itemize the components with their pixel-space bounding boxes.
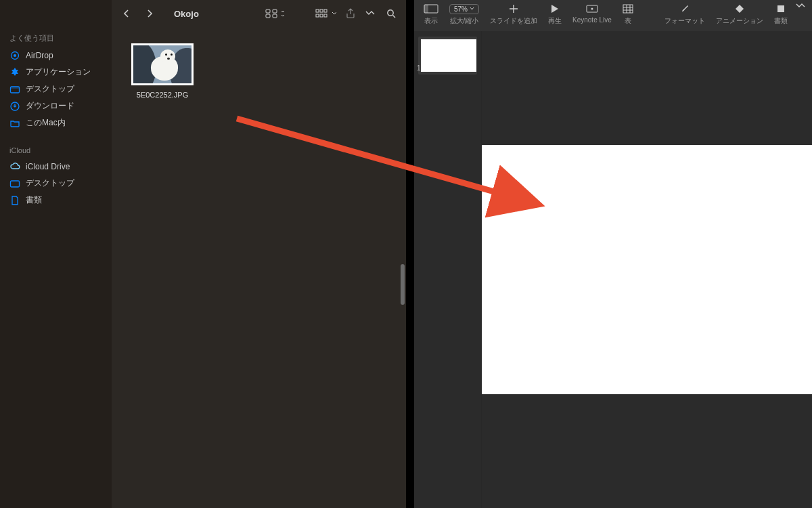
apps-icon [9, 67, 20, 78]
keynote-window: 表示 57% 拡大/縮小 スライドを追加 再生 [414, 0, 812, 508]
sidebar-icloud-section: iCloud iCloud Drive デスクトップ 書類 [0, 144, 112, 209]
svg-rect-5 [11, 181, 20, 187]
sidebar-item-label: アプリケーション [26, 66, 91, 78]
folder-icon [9, 118, 20, 129]
keynote-body: 1 [414, 31, 812, 508]
file-thumbnail [131, 43, 194, 85]
sidebar-icloud-header: iCloud [0, 144, 112, 158]
folder-icon [9, 84, 20, 95]
sidebar-item-label: デスクトップ [26, 177, 74, 189]
play-icon [551, 3, 559, 15]
slide-number: 1 [417, 64, 421, 72]
svg-rect-15 [324, 14, 327, 17]
finder-content[interactable]: 5E0C2252.JPG [112, 27, 406, 508]
svg-rect-12 [324, 9, 327, 12]
svg-rect-21 [623, 5, 633, 13]
finder-title: Okojo [174, 9, 199, 19]
svg-rect-18 [424, 5, 428, 13]
sidebar-item-thismac[interactable]: このMac内 [0, 114, 112, 131]
svg-rect-6 [266, 9, 270, 13]
view-button[interactable]: 表示 [418, 3, 444, 30]
sidebar-item-label: iCloud Drive [26, 162, 70, 171]
svg-rect-8 [266, 14, 270, 18]
svg-point-16 [388, 10, 393, 16]
play-button[interactable]: 再生 [543, 3, 567, 30]
sidebar-item-label: AirDrop [26, 51, 53, 60]
file-item[interactable]: 5E0C2252.JPG [125, 43, 200, 99]
keynote-live-button[interactable]: Keynote Live [567, 3, 617, 30]
svg-rect-7 [273, 9, 277, 13]
more-button[interactable] [364, 7, 378, 20]
toolbar-overflow-button[interactable] [793, 3, 808, 9]
live-icon [585, 3, 599, 15]
view-icon [424, 3, 438, 15]
finder-toolbar: Okojo [112, 0, 406, 27]
finder-window: よく使う項目 AirDrop アプリケーション デスクトップ [0, 0, 406, 508]
table-icon [623, 3, 633, 15]
keynote-toolbar: 表示 57% 拡大/縮小 スライドを追加 再生 [414, 0, 812, 31]
zoom-pill[interactable]: 57% [449, 4, 479, 14]
svg-rect-3 [11, 87, 20, 89]
sidebar-favorites-header: よく使う項目 [0, 30, 112, 47]
animate-button[interactable]: アニメーション [710, 3, 769, 30]
zoom-value: 57% [454, 5, 468, 13]
format-button[interactable]: フォーマット [659, 3, 710, 30]
slide-canvas[interactable] [482, 145, 812, 394]
table-button[interactable]: 表 [617, 3, 639, 30]
slide-thumbnail-preview [421, 39, 476, 72]
diamond-icon [735, 3, 744, 15]
finder-main: Okojo [112, 0, 406, 508]
document-button[interactable]: 書類 [769, 3, 793, 30]
document-icon [776, 3, 786, 15]
sidebar-item-desktop[interactable]: デスクトップ [0, 81, 112, 98]
sidebar-item-label: デスクトップ [26, 83, 74, 95]
share-button[interactable] [344, 7, 357, 20]
sidebar-item-desktop-icloud[interactable]: デスクトップ [0, 175, 112, 192]
scrollbar-thumb[interactable] [401, 264, 405, 305]
svg-rect-11 [320, 9, 323, 12]
sidebar-item-label: 書類 [26, 194, 42, 206]
sidebar-item-applications[interactable]: アプリケーション [0, 64, 112, 81]
chevron-updown-icon [280, 9, 286, 18]
sidebar-item-iclouddrive[interactable]: iCloud Drive [0, 158, 112, 175]
sidebar-item-airdrop[interactable]: AirDrop [0, 47, 112, 64]
sidebar-item-downloads[interactable]: ダウンロード [0, 98, 112, 114]
sidebar-item-documents[interactable]: 書類 [0, 192, 112, 209]
sidebar-item-label: ダウンロード [26, 100, 74, 112]
svg-rect-10 [316, 9, 319, 12]
nav-forward-button[interactable] [143, 7, 156, 20]
download-icon [9, 101, 20, 112]
svg-point-1 [14, 54, 16, 57]
add-slide-button[interactable]: スライドを追加 [484, 3, 543, 30]
svg-rect-13 [316, 14, 319, 17]
nav-back-button[interactable] [120, 7, 133, 20]
file-name-label: 5E0C2252.JPG [137, 91, 188, 99]
plus-icon [509, 3, 518, 15]
folder-icon [9, 178, 20, 189]
sidebar-item-label: このMac内 [26, 117, 66, 129]
doc-icon [9, 195, 20, 206]
group-by-button[interactable] [315, 9, 337, 18]
svg-point-20 [591, 8, 593, 10]
svg-rect-14 [320, 14, 323, 17]
svg-rect-22 [777, 5, 784, 12]
finder-sidebar: よく使う項目 AirDrop アプリケーション デスクトップ [0, 0, 112, 508]
window-divider [406, 0, 414, 508]
search-button[interactable] [384, 7, 398, 20]
brush-icon [680, 3, 690, 15]
slide-thumbnail[interactable]: 1 [418, 37, 477, 75]
slide-navigator[interactable]: 1 [414, 31, 482, 508]
zoom-button[interactable]: 57% 拡大/縮小 [444, 3, 484, 30]
chevron-down-icon [470, 7, 474, 11]
chevron-down-icon [332, 11, 337, 16]
slide-canvas-area[interactable] [482, 31, 812, 508]
view-mode-button[interactable] [265, 9, 286, 18]
cloud-icon [9, 161, 20, 172]
sidebar-favorites-section: よく使う項目 AirDrop アプリケーション デスクトップ [0, 30, 112, 131]
airdrop-icon [9, 50, 20, 61]
svg-rect-9 [273, 14, 277, 18]
